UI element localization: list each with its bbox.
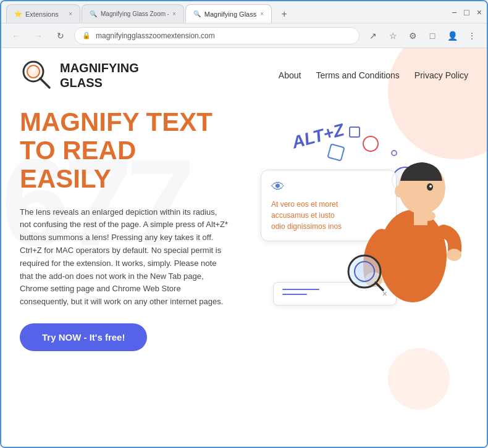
svg-line-2 bbox=[40, 78, 49, 88]
hero-body-text: The lens reveals an enlarged depiction w… bbox=[20, 206, 230, 309]
nav-header: MAGNIFYING GLASS About Terms and Conditi… bbox=[1, 48, 487, 102]
tab-magnify-chrome-label: Magnifying Glass Zoom - Chrom... bbox=[101, 10, 169, 17]
add-tab-button[interactable]: + bbox=[276, 6, 293, 23]
logo-icon bbox=[20, 58, 54, 92]
hero-right-illustration: ALT+Z er 👁 At vero eos et moret accus bbox=[255, 108, 468, 342]
share-button[interactable]: ↗ bbox=[364, 27, 382, 44]
nav-link-privacy[interactable]: Privacy Policy bbox=[414, 70, 468, 80]
logo-text: MAGNIFYING GLASS bbox=[60, 60, 139, 90]
window-maximize-button[interactable]: □ bbox=[464, 7, 469, 17]
tab-magnify-glass-label: Magnifying Glass bbox=[204, 10, 256, 18]
hero-left: MAGNIFY TEXT TO READ EASILY The lens rev… bbox=[20, 108, 255, 351]
profile-button[interactable]: 👤 bbox=[444, 27, 461, 44]
split-screen-button[interactable]: □ bbox=[424, 27, 441, 44]
page-content: 677 MAGNIFYING GLASS About Terms and bbox=[1, 48, 487, 447]
svg-point-4 bbox=[379, 210, 447, 302]
extensions-tab-icon: ⭐ bbox=[14, 10, 22, 17]
cta-button[interactable]: Try NOW - It's free! bbox=[20, 323, 147, 351]
hero-section: MAGNIFY TEXT TO READ EASILY The lens rev… bbox=[1, 102, 487, 363]
tab-extensions-label: Extensions bbox=[25, 10, 59, 18]
address-bar[interactable]: 🔒 magnifyingglasszoomextension.com bbox=[74, 27, 360, 44]
magnify-glass-tab-icon: 🔍 bbox=[193, 10, 201, 17]
tab-extensions[interactable]: ⭐ Extensions × bbox=[6, 4, 80, 23]
browser-toolbar: ← → ↻ 🔒 magnifyingglasszoomextension.com… bbox=[1, 23, 487, 48]
tab-bar: ⭐ Extensions × 🔍 Magnifying Glass Zoom -… bbox=[6, 1, 293, 23]
reload-button[interactable]: ↻ bbox=[52, 27, 69, 44]
browser-frame: ⭐ Extensions × 🔍 Magnifying Glass Zoom -… bbox=[0, 0, 488, 448]
extensions-button[interactable]: ⚙ bbox=[404, 27, 421, 44]
search-line-1 bbox=[282, 289, 319, 290]
nav-link-terms[interactable]: Terms and Conditions bbox=[316, 70, 399, 80]
website: 677 MAGNIFYING GLASS About Terms and bbox=[1, 48, 487, 447]
tab-extensions-close[interactable]: × bbox=[69, 10, 72, 17]
svg-point-3 bbox=[31, 67, 36, 72]
hero-title-line2: TO READ bbox=[20, 136, 136, 165]
lock-icon: 🔒 bbox=[82, 31, 91, 39]
url-text: magnifyingglasszoomextension.com bbox=[96, 31, 215, 40]
tab-magnify-glass[interactable]: 🔍 Magnifying Glass × bbox=[185, 4, 272, 23]
window-minimize-button[interactable]: − bbox=[452, 7, 456, 17]
hero-title: MAGNIFY TEXT TO READ EASILY bbox=[20, 108, 255, 194]
svg-point-14 bbox=[429, 185, 432, 188]
browser-titlebar: ⭐ Extensions × 🔍 Magnifying Glass Zoom -… bbox=[1, 1, 487, 23]
magnify-chrome-tab-icon: 🔍 bbox=[90, 10, 97, 17]
svg-point-15 bbox=[395, 185, 403, 197]
toolbar-actions: ↗ ☆ ⚙ □ 👤 ⋮ bbox=[364, 27, 481, 44]
tab-magnify-glass-close[interactable]: × bbox=[260, 10, 264, 17]
hero-title-line3: EASILY bbox=[20, 164, 111, 193]
svg-point-11 bbox=[447, 249, 461, 261]
menu-button[interactable]: ⋮ bbox=[463, 27, 481, 44]
tab-magnify-chrome-close[interactable]: × bbox=[172, 10, 176, 17]
bookmark-button[interactable]: ☆ bbox=[384, 27, 402, 44]
hero-title-line1: MAGNIFY TEXT bbox=[20, 107, 212, 136]
nav-links: About Terms and Conditions Privacy Polic… bbox=[279, 70, 468, 80]
forward-button[interactable]: → bbox=[30, 27, 47, 44]
tab-magnify-chrome[interactable]: 🔍 Magnifying Glass Zoom - Chrom... × bbox=[82, 4, 184, 23]
logo: MAGNIFYING GLASS bbox=[20, 58, 139, 92]
person-illustration bbox=[332, 114, 468, 324]
nav-link-about[interactable]: About bbox=[279, 70, 301, 80]
window-close-button[interactable]: × bbox=[477, 7, 482, 17]
back-button[interactable]: ← bbox=[7, 27, 25, 44]
svg-point-12 bbox=[421, 211, 435, 221]
search-line-2 bbox=[282, 294, 307, 295]
svg-point-9 bbox=[355, 262, 374, 281]
